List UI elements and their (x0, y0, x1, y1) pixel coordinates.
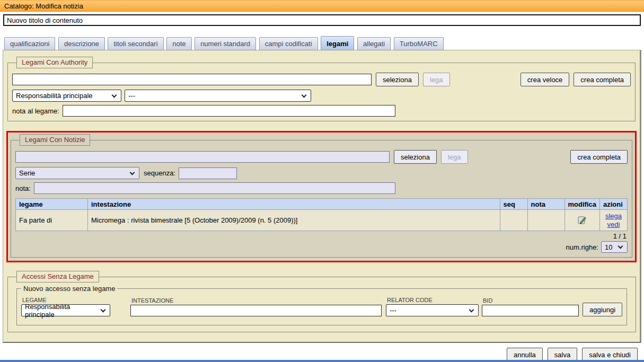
notizie-type-select[interactable]: Serie (15, 167, 139, 179)
authority-subtype-select[interactable]: --- (125, 90, 311, 102)
notizie-legend: Legami Con Notizie (20, 134, 90, 146)
relator-code-label: RELATOR CODE (387, 297, 479, 303)
col-intestazione: intestazione (88, 199, 500, 210)
col-nota: nota (527, 199, 564, 210)
authority-search-input[interactable] (12, 74, 372, 85)
tab-campi-codificati[interactable]: campi codificati (259, 37, 318, 50)
pagination-indicator: 1 / 1 (15, 232, 628, 240)
cell-seq (500, 210, 527, 231)
bid-input[interactable] (482, 305, 579, 316)
tab-numeri-standard[interactable]: numeri standard (195, 37, 256, 50)
nota-al-legame-label: nota al legame: (12, 107, 59, 115)
num-righe-select[interactable]: 10 (601, 241, 628, 253)
nuovo-accesso-legend: Nuovo accesso senza legame (21, 285, 117, 293)
chevron-down-icon (302, 92, 307, 98)
cell-intestazione: Micromega : rivista bimestrale [5 (Octob… (88, 210, 500, 231)
notizie-highlight-box: Legami Con Notizie seleziona lega crea c… (6, 131, 637, 262)
tab-descrizione[interactable]: descrizione (58, 37, 105, 50)
notizie-fieldset: Legami Con Notizie seleziona lega crea c… (11, 134, 632, 258)
nota-label: nota: (15, 184, 31, 192)
crea-veloce-button[interactable]: crea veloce (521, 73, 569, 86)
tab-qualificazioni[interactable]: qualificazioni (4, 37, 55, 50)
page-title: Catalogo: Modifica notizia (4, 2, 83, 10)
col-seq: seq (500, 199, 527, 210)
authority-lega-button[interactable]: lega (423, 73, 450, 86)
chevron-down-icon (618, 244, 623, 249)
authority-nota-input[interactable] (63, 105, 395, 117)
sequenza-input[interactable] (179, 167, 237, 179)
chevron-down-icon (130, 170, 135, 175)
chevron-down-icon (469, 307, 474, 312)
vedi-link[interactable]: vedi (603, 220, 624, 229)
tab-note[interactable]: note (166, 37, 191, 50)
notizie-nota-input[interactable] (34, 182, 395, 194)
accessi-legend: Accessi Senza Legame (16, 271, 99, 282)
notizie-crea-completa-button[interactable]: crea completa (570, 150, 628, 164)
table-row: Fa parte di Micromega : rivista bimestra… (16, 210, 628, 231)
tab-allegati[interactable]: allegati (357, 37, 391, 50)
authority-type-select[interactable]: Responsabilità principale (12, 90, 121, 102)
authority-seleziona-button[interactable]: seleziona (376, 73, 419, 86)
legami-panel: Legami Con Authority seleziona lega crea… (3, 50, 641, 343)
bottom-blue-bar (0, 360, 644, 362)
intestazione-label: INTESTAZIONE (131, 297, 382, 304)
slega-link[interactable]: slega (603, 212, 624, 220)
authority-legend: Legami Con Authority (16, 57, 93, 68)
authority-crea-completa-button[interactable]: crea completa (574, 73, 631, 86)
accessi-fieldset: Accessi Senza Legame Nuovo accesso senza… (7, 271, 636, 332)
chevron-down-icon (112, 92, 117, 98)
accessi-legame-select[interactable]: Responsabilità principale (21, 304, 110, 316)
relator-code-select[interactable]: --- (386, 304, 479, 316)
notizie-lega-button[interactable]: lega (441, 150, 468, 164)
record-title-input[interactable] (3, 14, 641, 26)
bid-label: BID (483, 297, 579, 304)
accessi-intestazione-input[interactable] (130, 305, 382, 316)
edit-icon[interactable] (577, 215, 587, 226)
sequenza-label: sequenza: (144, 169, 175, 177)
col-modifica: modifica (564, 199, 599, 210)
legami-table: legame intestazione seq nota modifica az… (15, 198, 628, 231)
tab-legami[interactable]: legami (321, 36, 354, 50)
aggiungi-button[interactable]: aggiungi (583, 303, 622, 316)
window-titlebar: Catalogo: Modifica notizia (0, 0, 644, 12)
nuovo-accesso-fieldset: Nuovo accesso senza legame LEGAME Respon… (16, 285, 627, 325)
col-legame: legame (16, 199, 88, 210)
tab-bar: qualificazioni descrizione titoli second… (4, 37, 644, 50)
chevron-down-icon (101, 307, 106, 312)
notizie-seleziona-button[interactable]: seleziona (394, 150, 437, 164)
col-azioni: azioni (600, 199, 628, 210)
num-righe-label: num.righe: (566, 243, 598, 251)
table-header-row: legame intestazione seq nota modifica az… (16, 199, 628, 210)
cell-legame: Fa parte di (16, 210, 88, 231)
authority-fieldset: Legami Con Authority seleziona lega crea… (7, 57, 636, 121)
cell-nota (527, 210, 564, 231)
tab-turbomarc[interactable]: TurboMARC (394, 37, 444, 50)
tab-titoli-secondari[interactable]: titoli secondari (108, 37, 163, 50)
notizie-search-input[interactable] (15, 151, 390, 163)
